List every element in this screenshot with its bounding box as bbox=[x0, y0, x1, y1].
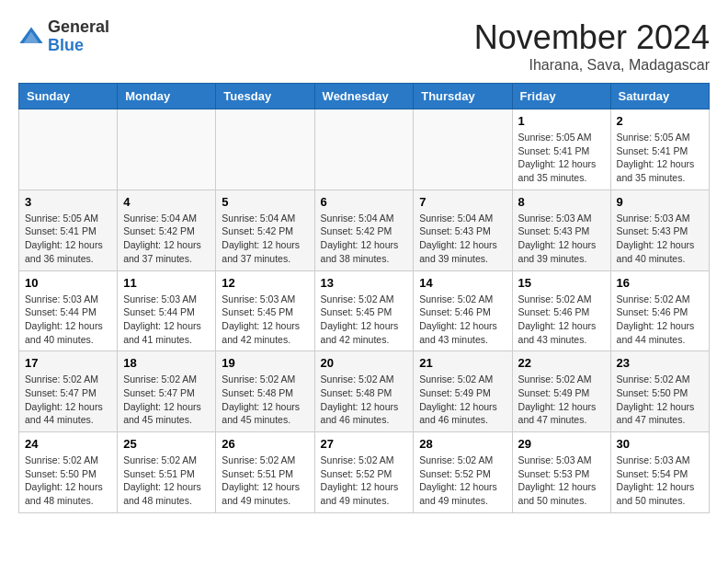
day-info: Sunrise: 5:02 AM Sunset: 5:51 PM Dayligh… bbox=[222, 454, 308, 508]
day-number: 28 bbox=[419, 437, 506, 451]
calendar-cell: 25Sunrise: 5:02 AM Sunset: 5:51 PM Dayli… bbox=[118, 432, 216, 513]
day-info: Sunrise: 5:02 AM Sunset: 5:46 PM Dayligh… bbox=[419, 293, 506, 347]
day-number: 7 bbox=[419, 195, 506, 209]
weekday-header-row: SundayMondayTuesdayWednesdayThursdayFrid… bbox=[19, 84, 710, 109]
page-header: General Blue November 2024 Iharana, Sava… bbox=[18, 18, 710, 74]
location: Iharana, Sava, Madagascar bbox=[474, 57, 710, 74]
day-number: 10 bbox=[25, 276, 111, 290]
day-number: 8 bbox=[518, 195, 605, 209]
day-number: 25 bbox=[123, 437, 210, 451]
day-number: 15 bbox=[518, 276, 605, 290]
day-info: Sunrise: 5:02 AM Sunset: 5:46 PM Dayligh… bbox=[518, 293, 605, 347]
day-info: Sunrise: 5:02 AM Sunset: 5:48 PM Dayligh… bbox=[321, 373, 408, 427]
weekday-header-monday: Monday bbox=[118, 84, 216, 109]
day-number: 12 bbox=[222, 276, 308, 290]
logo-text: General Blue bbox=[48, 18, 109, 55]
day-number: 21 bbox=[419, 356, 506, 370]
day-number: 27 bbox=[321, 437, 408, 451]
calendar-cell: 27Sunrise: 5:02 AM Sunset: 5:52 PM Dayli… bbox=[314, 432, 414, 513]
day-number: 4 bbox=[123, 195, 210, 209]
calendar-cell: 22Sunrise: 5:02 AM Sunset: 5:49 PM Dayli… bbox=[512, 351, 610, 432]
calendar-cell: 19Sunrise: 5:02 AM Sunset: 5:48 PM Dayli… bbox=[216, 351, 314, 432]
calendar-cell: 1Sunrise: 5:05 AM Sunset: 5:41 PM Daylig… bbox=[512, 109, 610, 190]
calendar-cell bbox=[19, 109, 118, 190]
day-info: Sunrise: 5:05 AM Sunset: 5:41 PM Dayligh… bbox=[617, 131, 703, 185]
day-info: Sunrise: 5:02 AM Sunset: 5:49 PM Dayligh… bbox=[518, 373, 605, 427]
day-info: Sunrise: 5:02 AM Sunset: 5:50 PM Dayligh… bbox=[617, 373, 703, 427]
day-number: 2 bbox=[617, 114, 703, 128]
day-info: Sunrise: 5:04 AM Sunset: 5:42 PM Dayligh… bbox=[123, 212, 210, 266]
day-info: Sunrise: 5:02 AM Sunset: 5:47 PM Dayligh… bbox=[123, 373, 210, 427]
weekday-header-thursday: Thursday bbox=[414, 84, 512, 109]
calendar-cell: 17Sunrise: 5:02 AM Sunset: 5:47 PM Dayli… bbox=[19, 351, 118, 432]
day-info: Sunrise: 5:03 AM Sunset: 5:43 PM Dayligh… bbox=[518, 212, 605, 266]
day-info: Sunrise: 5:02 AM Sunset: 5:48 PM Dayligh… bbox=[222, 373, 308, 427]
day-number: 24 bbox=[25, 437, 111, 451]
calendar-table: SundayMondayTuesdayWednesdayThursdayFrid… bbox=[18, 83, 710, 513]
logo-icon bbox=[18, 24, 44, 50]
calendar-cell: 6Sunrise: 5:04 AM Sunset: 5:42 PM Daylig… bbox=[314, 190, 414, 270]
day-info: Sunrise: 5:03 AM Sunset: 5:43 PM Dayligh… bbox=[617, 212, 703, 266]
day-info: Sunrise: 5:05 AM Sunset: 5:41 PM Dayligh… bbox=[518, 131, 605, 185]
calendar-cell: 18Sunrise: 5:02 AM Sunset: 5:47 PM Dayli… bbox=[118, 351, 216, 432]
day-info: Sunrise: 5:02 AM Sunset: 5:50 PM Dayligh… bbox=[25, 454, 111, 508]
title-block: November 2024 Iharana, Sava, Madagascar bbox=[474, 18, 710, 74]
day-info: Sunrise: 5:03 AM Sunset: 5:44 PM Dayligh… bbox=[25, 293, 111, 347]
calendar-cell: 29Sunrise: 5:03 AM Sunset: 5:53 PM Dayli… bbox=[512, 432, 610, 513]
calendar-cell bbox=[314, 109, 414, 190]
day-info: Sunrise: 5:02 AM Sunset: 5:52 PM Dayligh… bbox=[321, 454, 408, 508]
day-info: Sunrise: 5:03 AM Sunset: 5:53 PM Dayligh… bbox=[518, 454, 605, 508]
week-row-4: 17Sunrise: 5:02 AM Sunset: 5:47 PM Dayli… bbox=[19, 351, 710, 432]
week-row-2: 3Sunrise: 5:05 AM Sunset: 5:41 PM Daylig… bbox=[19, 190, 710, 270]
calendar-cell bbox=[118, 109, 216, 190]
day-number: 29 bbox=[518, 437, 605, 451]
day-number: 16 bbox=[617, 276, 703, 290]
day-info: Sunrise: 5:03 AM Sunset: 5:54 PM Dayligh… bbox=[617, 454, 703, 508]
day-info: Sunrise: 5:04 AM Sunset: 5:43 PM Dayligh… bbox=[419, 212, 506, 266]
weekday-header-friday: Friday bbox=[512, 84, 610, 109]
week-row-3: 10Sunrise: 5:03 AM Sunset: 5:44 PM Dayli… bbox=[19, 270, 710, 351]
logo: General Blue bbox=[18, 18, 109, 55]
calendar-cell: 4Sunrise: 5:04 AM Sunset: 5:42 PM Daylig… bbox=[118, 190, 216, 270]
month-title: November 2024 bbox=[474, 18, 710, 57]
day-number: 19 bbox=[222, 356, 308, 370]
calendar-cell bbox=[414, 109, 512, 190]
day-number: 22 bbox=[518, 356, 605, 370]
day-number: 11 bbox=[123, 276, 210, 290]
weekday-header-wednesday: Wednesday bbox=[314, 84, 414, 109]
day-number: 3 bbox=[25, 195, 111, 209]
day-number: 13 bbox=[321, 276, 408, 290]
day-number: 17 bbox=[25, 356, 111, 370]
day-number: 30 bbox=[617, 437, 703, 451]
day-number: 9 bbox=[617, 195, 703, 209]
day-info: Sunrise: 5:03 AM Sunset: 5:45 PM Dayligh… bbox=[222, 293, 308, 347]
weekday-header-tuesday: Tuesday bbox=[216, 84, 314, 109]
day-number: 14 bbox=[419, 276, 506, 290]
calendar-cell: 16Sunrise: 5:02 AM Sunset: 5:46 PM Dayli… bbox=[610, 270, 709, 351]
calendar-cell: 28Sunrise: 5:02 AM Sunset: 5:52 PM Dayli… bbox=[414, 432, 512, 513]
calendar-cell: 26Sunrise: 5:02 AM Sunset: 5:51 PM Dayli… bbox=[216, 432, 314, 513]
day-number: 18 bbox=[123, 356, 210, 370]
day-info: Sunrise: 5:03 AM Sunset: 5:44 PM Dayligh… bbox=[123, 293, 210, 347]
day-number: 6 bbox=[321, 195, 408, 209]
calendar-cell: 15Sunrise: 5:02 AM Sunset: 5:46 PM Dayli… bbox=[512, 270, 610, 351]
calendar-cell: 8Sunrise: 5:03 AM Sunset: 5:43 PM Daylig… bbox=[512, 190, 610, 270]
day-number: 23 bbox=[617, 356, 703, 370]
day-number: 1 bbox=[518, 114, 605, 128]
calendar-cell: 2Sunrise: 5:05 AM Sunset: 5:41 PM Daylig… bbox=[610, 109, 709, 190]
day-number: 26 bbox=[222, 437, 308, 451]
day-info: Sunrise: 5:02 AM Sunset: 5:49 PM Dayligh… bbox=[419, 373, 506, 427]
calendar-cell: 21Sunrise: 5:02 AM Sunset: 5:49 PM Dayli… bbox=[414, 351, 512, 432]
calendar-cell: 5Sunrise: 5:04 AM Sunset: 5:42 PM Daylig… bbox=[216, 190, 314, 270]
weekday-header-sunday: Sunday bbox=[19, 84, 118, 109]
day-info: Sunrise: 5:02 AM Sunset: 5:45 PM Dayligh… bbox=[321, 293, 408, 347]
calendar-cell: 11Sunrise: 5:03 AM Sunset: 5:44 PM Dayli… bbox=[118, 270, 216, 351]
week-row-1: 1Sunrise: 5:05 AM Sunset: 5:41 PM Daylig… bbox=[19, 109, 710, 190]
calendar-cell: 30Sunrise: 5:03 AM Sunset: 5:54 PM Dayli… bbox=[610, 432, 709, 513]
calendar-cell: 9Sunrise: 5:03 AM Sunset: 5:43 PM Daylig… bbox=[610, 190, 709, 270]
day-number: 5 bbox=[222, 195, 308, 209]
calendar-cell: 3Sunrise: 5:05 AM Sunset: 5:41 PM Daylig… bbox=[19, 190, 118, 270]
weekday-header-saturday: Saturday bbox=[610, 84, 709, 109]
day-info: Sunrise: 5:02 AM Sunset: 5:46 PM Dayligh… bbox=[617, 293, 703, 347]
day-info: Sunrise: 5:02 AM Sunset: 5:47 PM Dayligh… bbox=[25, 373, 111, 427]
